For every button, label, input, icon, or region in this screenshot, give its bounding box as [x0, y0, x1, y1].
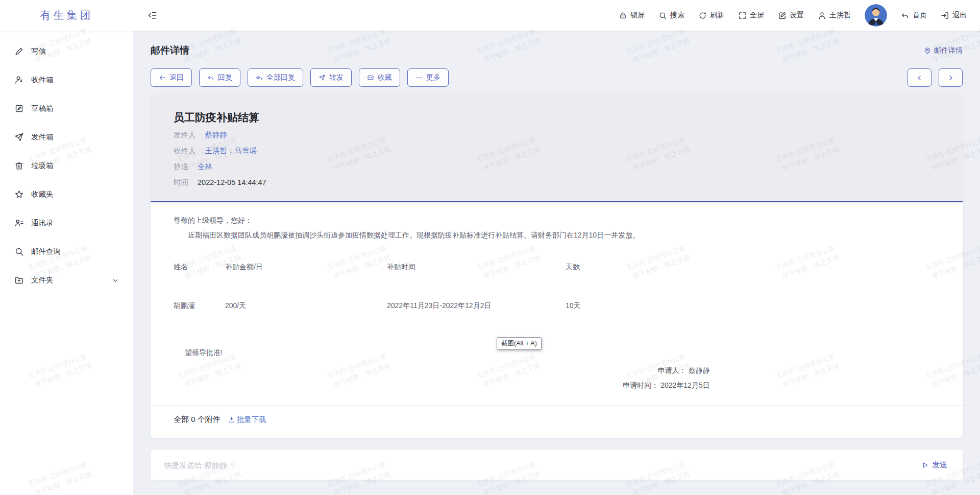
current-user-button[interactable]: 王洪哲: [818, 11, 851, 20]
chevron-right-icon: [947, 75, 954, 81]
applicant-line: 申请人： 蔡静静: [174, 363, 710, 378]
search-icon: [14, 247, 24, 256]
sidebar-item-sent[interactable]: 发件箱: [0, 123, 133, 151]
draft-icon: [14, 104, 24, 113]
refresh-button[interactable]: 刷新: [698, 11, 724, 20]
forward-icon: [318, 74, 326, 81]
logout-label: 退出: [952, 11, 967, 20]
body-closing: 望领导批准!: [174, 347, 940, 358]
mail-header: 员工防疫补贴结算 发件人 蔡静静 收件人 王洪哲，马雪瑶 抄送 全林 时间 20…: [151, 95, 963, 202]
fullscreen-icon: [738, 11, 747, 20]
cell-amount: 200/天: [225, 300, 387, 311]
folder-plus-icon: [14, 275, 24, 285]
reply-all-button[interactable]: 全部回复: [248, 68, 303, 87]
sidebar-item-inbox[interactable]: 收件箱: [0, 65, 133, 94]
more-button[interactable]: 更多: [407, 68, 449, 87]
column-header-days: 天数: [566, 261, 623, 300]
chevron-left-icon: [916, 75, 923, 81]
column-header-name: 姓名: [174, 261, 225, 300]
fullscreen-button[interactable]: 全屏: [738, 11, 764, 20]
sidebar: 写信 收件箱 草稿箱 发件箱 垃圾箱 收藏夹 通讯录 邮件查询: [0, 31, 133, 495]
inbox-person-icon: [14, 75, 24, 85]
time-value: 2022-12-05 14:44:47: [198, 178, 266, 186]
topbar: 有生集团 锁屏 搜索 刷新 全屏 设置 王洪哲: [0, 0, 980, 31]
main-content: 邮件详情 邮件详情 返回 回复 全部回复: [133, 31, 980, 495]
screenshot-tooltip: 截图(Alt + A): [497, 337, 542, 350]
mail-body: 尊敬的上级领导，您好： 近期福田区数据团队成员胡鹏濠被抽调沙头街道参加疫情数据处…: [151, 202, 963, 405]
cell-name: 胡鹏濠: [174, 300, 225, 311]
download-icon: [228, 416, 235, 423]
sidebar-item-trash[interactable]: 垃圾箱: [0, 151, 133, 180]
back-button[interactable]: 返回: [151, 68, 192, 87]
sidebar-item-compose[interactable]: 写信: [0, 37, 133, 65]
folder-expand-toggle[interactable]: [112, 276, 119, 284]
search-button[interactable]: 搜索: [658, 11, 684, 20]
cc-label: 抄送: [174, 162, 188, 171]
mail-pager: [908, 68, 963, 87]
company-logo: 有生集团: [40, 8, 93, 22]
home-button[interactable]: 首页: [901, 11, 927, 20]
column-header-period: 补贴时间: [387, 261, 566, 300]
sender-value[interactable]: 蔡静静: [205, 131, 228, 139]
quick-send-bar: 发送: [151, 450, 963, 480]
sidebar-item-label: 通讯录: [31, 218, 54, 228]
send-play-icon: [921, 461, 929, 469]
mail-subject: 员工防疫补贴结算: [174, 110, 940, 125]
quick-send-input[interactable]: [164, 461, 921, 469]
previous-mail-button[interactable]: [908, 68, 932, 87]
search-icon: [658, 11, 667, 20]
column-header-amount: 补贴金额/日: [225, 261, 387, 300]
recipient-value[interactable]: 王洪哲，马雪瑶: [205, 147, 257, 155]
paper-plane-icon: [14, 132, 24, 142]
page-title: 邮件详情: [151, 44, 189, 57]
mail-toolbar: 返回 回复 全部回复 转发 收藏: [151, 68, 449, 87]
logo-area: 有生集团: [0, 8, 133, 22]
batch-download-label: 批量下载: [237, 415, 266, 425]
logout-button[interactable]: 退出: [941, 11, 967, 20]
table-row: 胡鹏濠 200/天 2022年11月23日-2022年12月2日 10天: [174, 300, 623, 311]
send-button[interactable]: 发送: [921, 460, 947, 470]
cc-value[interactable]: 全林: [198, 162, 212, 171]
reply-button[interactable]: 回复: [199, 68, 240, 87]
avatar-image: [865, 4, 887, 27]
user-avatar[interactable]: [865, 4, 887, 27]
current-user-name: 王洪哲: [829, 11, 851, 20]
favorite-button[interactable]: 收藏: [359, 68, 400, 87]
sidebar-collapse-button[interactable]: [148, 10, 158, 20]
mail-card: 员工防疫补贴结算 发件人 蔡静静 收件人 王洪哲，马雪瑶 抄送 全林 时间 20…: [151, 95, 963, 438]
sidebar-item-folders[interactable]: 文件夹: [0, 266, 133, 294]
body-greeting: 尊敬的上级领导，您好：: [174, 215, 940, 226]
settings-icon: [778, 11, 787, 20]
cell-days: 10天: [566, 300, 623, 311]
reply-all-icon: [256, 74, 263, 81]
contacts-icon: [14, 218, 24, 228]
lock-icon: [619, 11, 627, 20]
sidebar-item-mail-search[interactable]: 邮件查询: [0, 237, 133, 266]
next-mail-button[interactable]: [939, 68, 963, 87]
mail-cc-row: 抄送 全林: [174, 161, 940, 172]
settings-label: 设置: [790, 11, 804, 20]
recipient-label: 收件人: [174, 147, 196, 155]
sidebar-item-contacts[interactable]: 通讯录: [0, 208, 133, 237]
reply-icon: [207, 74, 214, 81]
cell-period: 2022年11月23日-2022年12月2日: [387, 300, 566, 311]
logout-icon: [941, 11, 949, 20]
topbar-actions: 锁屏 搜索 刷新 全屏 设置 王洪哲: [619, 4, 980, 27]
search-label: 搜索: [670, 11, 684, 20]
location-pin-icon: [923, 46, 932, 55]
refresh-label: 刷新: [710, 11, 724, 20]
mail-star-icon: [367, 74, 374, 81]
subsidy-table: 姓名 补贴金额/日 补贴时间 天数 胡鹏濠 200/天 2022年11月23日-…: [174, 261, 623, 311]
breadcrumb: 邮件详情: [923, 46, 963, 55]
forward-label: 转发: [329, 73, 344, 82]
sidebar-item-favorites[interactable]: 收藏夹: [0, 180, 133, 208]
menu-fold-icon: [148, 10, 158, 20]
batch-download-link[interactable]: 批量下载: [228, 415, 266, 425]
sidebar-item-drafts[interactable]: 草稿箱: [0, 94, 133, 123]
forward-button[interactable]: 转发: [310, 68, 352, 87]
lock-screen-button[interactable]: 锁屏: [619, 11, 645, 20]
breadcrumb-label: 邮件详情: [934, 46, 963, 55]
sidebar-item-label: 写信: [31, 46, 46, 56]
applicant-block: 申请人： 蔡静静 申请时间： 2022年12月5日: [174, 363, 710, 393]
settings-button[interactable]: 设置: [778, 11, 804, 20]
